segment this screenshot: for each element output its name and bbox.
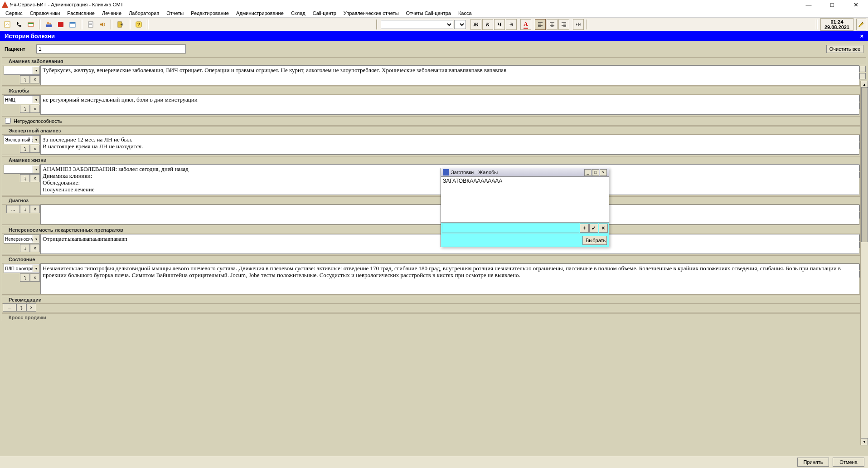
tool-calendar-icon[interactable] (67, 19, 78, 30)
svg-rect-5 (46, 24, 52, 27)
condition-pick-icon[interactable]: ⤵ (20, 273, 30, 282)
scroll-down-icon[interactable]: ▼ (861, 438, 868, 445)
popup-title-text: Заготовки - Жалобы (451, 170, 584, 175)
window-maximize-button[interactable]: □ (824, 1, 840, 8)
font-family-combo[interactable] (381, 20, 453, 29)
anamnesis-disease-combo[interactable]: ▾ (4, 66, 40, 75)
bold-button[interactable]: Ж (470, 19, 481, 30)
underline-button[interactable]: Ч (494, 19, 505, 30)
popup-confirm-button[interactable]: ✓ (589, 224, 598, 233)
life-header: Анамнез жизни (2, 156, 866, 164)
expert-pick-icon[interactable]: ⤵ (20, 145, 30, 153)
menu-reports[interactable]: Отчеты (163, 10, 187, 17)
menu-cc-reports[interactable]: Отчеты Call-центра (402, 10, 455, 17)
condition-combo[interactable]: ПЛП с контрак▾ (4, 264, 40, 273)
form-scrollbar[interactable]: ▲ ▼ (860, 81, 868, 445)
menu-directories[interactable]: Справочники (26, 10, 64, 17)
popup-close-button[interactable]: × (600, 169, 607, 176)
expert-combo[interactable]: Экспертный а▾ (4, 135, 40, 144)
italic-button[interactable]: К (482, 19, 493, 30)
expand-icon[interactable] (859, 66, 866, 72)
scroll-thumb[interactable] (861, 87, 868, 242)
tool-help-icon[interactable]: ? (133, 19, 144, 30)
tool-new-icon[interactable] (2, 19, 13, 30)
menu-cashier[interactable]: Касса (455, 10, 475, 17)
menu-treatment[interactable]: Лечение (98, 10, 125, 17)
complaints-text[interactable]: не регулярный менструальный цикл, боли в… (40, 95, 859, 115)
anamnesis-disease-pick-icon[interactable]: ⤵ (20, 75, 30, 83)
menu-service[interactable]: Сервис (2, 10, 26, 17)
svg-text:?: ? (137, 22, 141, 27)
recommendations-header: Рекомедации (2, 296, 866, 303)
tool-exit-icon[interactable] (115, 19, 126, 30)
menu-admin[interactable]: Администрирование (233, 10, 287, 17)
font-size-combo[interactable] (454, 20, 466, 29)
tool-red-icon[interactable] (55, 19, 66, 30)
diagnosis-header: Диагноз (2, 196, 866, 204)
menu-mgmt-reports[interactable]: Управленческие отчеты (340, 10, 402, 17)
life-pick-icon[interactable]: ⤵ (20, 174, 30, 182)
popup-titlebar[interactable]: Заготовки - Жалобы _ □ × (441, 168, 609, 177)
popup-select-button[interactable]: Выбрать (582, 236, 607, 245)
popup-input[interactable] (442, 224, 579, 233)
disability-checkbox[interactable] (5, 118, 11, 124)
popup-minimize-button[interactable]: _ (584, 169, 592, 176)
complaints-combo[interactable]: НМЦ▾ (4, 95, 40, 104)
anamnesis-disease-text[interactable]: Туберкулез, желтуху, венерические заболе… (40, 65, 859, 85)
align-left-button[interactable] (535, 19, 546, 30)
justify-button[interactable] (573, 19, 584, 30)
life-combo[interactable]: ▾ (4, 165, 40, 174)
tool-people-icon[interactable] (44, 19, 54, 30)
condition-header: Состояние (2, 255, 866, 263)
window-title: Яя-Сервис-БИТ - Администрация - Клиника … (10, 2, 801, 7)
section-close-button[interactable]: × (860, 33, 863, 39)
intolerance-clear-icon[interactable]: × (30, 244, 40, 252)
datetime-display: 01:24 29.08.2021 (820, 18, 853, 31)
menu-schedule[interactable]: Расписание (63, 10, 98, 17)
anamnesis-disease-clear-icon[interactable]: × (30, 75, 40, 83)
menu-laboratory[interactable]: Лаборатория (125, 10, 163, 17)
recommendations-pick-icon[interactable]: ⤵ (16, 303, 26, 312)
expert-clear-icon[interactable]: × (30, 145, 40, 153)
intolerance-combo[interactable]: Непереносимо▾ (4, 234, 40, 244)
recommendations-clear-icon[interactable]: × (26, 303, 36, 312)
pencil-button[interactable] (856, 19, 866, 30)
menu-stock[interactable]: Склад (287, 10, 309, 17)
clear-all-button[interactable]: Очистить все (826, 45, 863, 53)
complaints-pick-icon[interactable]: ⤵ (20, 105, 30, 113)
condition-clear-icon[interactable]: × (30, 273, 40, 282)
patient-input[interactable] (36, 44, 186, 54)
popup-maximize-button[interactable]: □ (592, 169, 599, 176)
menu-editing[interactable]: Редактирование (187, 10, 233, 17)
diagnosis-clear-icon[interactable]: × (30, 205, 40, 213)
complaints-clear-icon[interactable]: × (30, 105, 40, 113)
section-header: История болезни × (0, 31, 868, 41)
intolerance-header: Непереносимость лекарственных препаратов (2, 226, 866, 234)
tool-phone-icon[interactable] (14, 19, 24, 30)
strike-button[interactable]: З (506, 19, 517, 30)
tool-card-icon[interactable] (25, 19, 36, 30)
toolbar: ? Ж К Ч З А 01:24 29.08.2021 (0, 18, 868, 31)
align-right-button[interactable] (558, 19, 569, 30)
window-close-button[interactable]: ✕ (848, 1, 863, 8)
recommendations-dots-button[interactable]: ... (3, 303, 16, 312)
tool-doc-icon[interactable] (85, 19, 96, 30)
popup-delete-button[interactable]: × (599, 224, 608, 233)
intolerance-pick-icon[interactable]: ⤵ (20, 244, 30, 252)
condition-text[interactable]: Незначительная гипотрофия дельтовидной м… (40, 263, 859, 294)
expand2-icon[interactable] (859, 73, 866, 79)
menu-callcenter[interactable]: Call-центр (309, 10, 340, 17)
popup-list[interactable]: ЗАГАТОВКААААААААА (441, 177, 609, 222)
diagnosis-dots-button[interactable]: ... (6, 205, 20, 213)
tool-sound-icon[interactable] (97, 19, 108, 30)
align-center-button[interactable] (547, 19, 558, 30)
font-color-button[interactable]: А (520, 19, 531, 30)
footer-bar: Принять Отмена (0, 456, 868, 457)
expert-text[interactable]: За последние 12 мес. на ЛН не был. В нас… (40, 135, 859, 155)
window-minimize-button[interactable]: — (801, 1, 816, 8)
menu-bar: Сервис Справочники Расписание Лечение Ла… (0, 9, 868, 18)
popup-list-item[interactable]: ЗАГАТОВКААААААААА (443, 178, 607, 184)
life-clear-icon[interactable]: × (30, 174, 40, 182)
diagnosis-pick-icon[interactable]: ⤵ (20, 205, 30, 213)
popup-add-button[interactable]: + (580, 224, 589, 233)
